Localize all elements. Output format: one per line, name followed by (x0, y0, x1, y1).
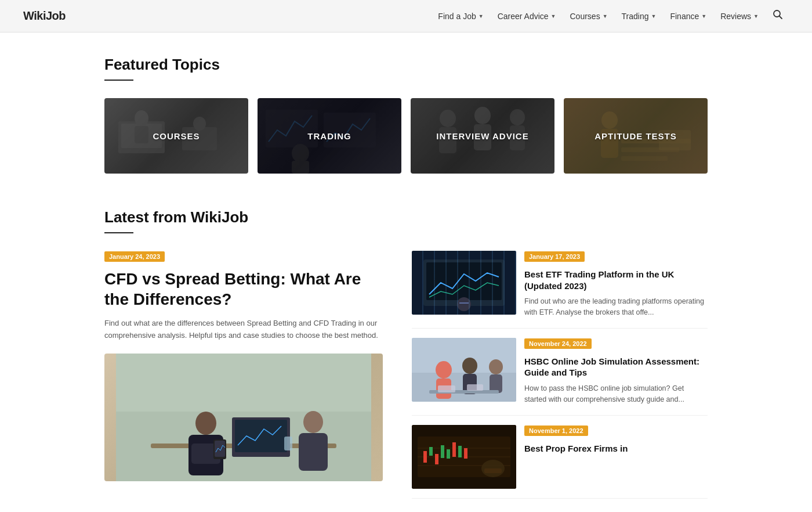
chevron-down-icon: ▼ (753, 13, 759, 19)
main-content: Featured Topics COURSES (0, 33, 812, 512)
side-article-1-excerpt: Find out who are the leading trading pla… (524, 296, 708, 319)
svg-point-49 (489, 359, 503, 374)
svg-rect-38 (412, 251, 516, 315)
svg-rect-63 (447, 449, 450, 459)
svg-rect-62 (441, 445, 444, 458)
svg-rect-52 (438, 385, 455, 392)
side-article-3-date: November 1, 2022 (524, 426, 588, 436)
side-article-2-image[interactable] (412, 338, 516, 402)
side-article-2-date: November 24, 2022 (524, 338, 592, 349)
svg-point-17 (510, 109, 525, 125)
nav-finance[interactable]: Finance ▼ (664, 8, 712, 24)
main-article-date: January 24, 2023 (104, 251, 165, 262)
topics-grid: COURSES TRADING (104, 98, 708, 174)
svg-rect-64 (452, 442, 456, 457)
svg-point-15 (474, 107, 491, 124)
site-header: WikiJob Find a Job ▼ Career Advice ▼ Cou… (0, 0, 812, 33)
latest-grid: January 24, 2023 CFD vs Spread Betting: … (104, 251, 708, 499)
side-article-3-title[interactable]: Best Prop Forex Firms in (524, 443, 708, 455)
featured-topics-title: Featured Topics (104, 56, 708, 74)
main-article-excerpt: Find out what are the differences betwee… (104, 318, 383, 342)
svg-line-1 (780, 16, 782, 19)
svg-point-41 (457, 297, 471, 311)
svg-rect-5 (135, 126, 148, 143)
chevron-down-icon: ▼ (478, 13, 484, 19)
chevron-down-icon: ▼ (701, 13, 706, 19)
search-button[interactable] (767, 6, 789, 26)
svg-point-13 (440, 110, 456, 127)
svg-rect-12 (292, 161, 309, 174)
svg-rect-68 (484, 468, 502, 473)
side-article-3-image[interactable] (412, 425, 516, 489)
svg-rect-29 (235, 420, 287, 452)
side-article-1-date: January 17, 2023 (524, 251, 585, 262)
chevron-down-icon: ▼ (651, 13, 657, 19)
nav-career-advice[interactable]: Career Advice ▼ (492, 8, 562, 24)
svg-rect-61 (435, 454, 438, 464)
main-article-image[interactable] (104, 354, 383, 481)
latest-left-column: January 24, 2023 CFD vs Spread Betting: … (104, 251, 406, 499)
svg-rect-60 (429, 447, 433, 456)
svg-rect-23 (621, 156, 668, 161)
svg-point-47 (462, 358, 477, 374)
svg-rect-59 (423, 451, 427, 463)
svg-point-11 (292, 144, 309, 163)
svg-rect-10 (324, 113, 376, 147)
svg-rect-66 (464, 448, 467, 459)
site-logo[interactable]: WikiJob (23, 9, 66, 23)
chevron-down-icon: ▼ (603, 13, 608, 19)
latest-right-column: January 17, 2023 Best ETF Trading Platfo… (406, 251, 708, 499)
main-article-title[interactable]: CFD vs Spread Betting: What Are the Diff… (104, 269, 383, 309)
section-divider (104, 80, 133, 81)
latest-divider (104, 232, 133, 233)
main-nav: Find a Job ▼ Career Advice ▼ Courses ▼ T… (432, 6, 789, 26)
svg-rect-37 (284, 437, 292, 450)
nav-find-a-job[interactable]: Find a Job ▼ (432, 8, 489, 24)
side-article-2-excerpt: How to pass the HSBC online job simulati… (524, 383, 708, 406)
nav-courses[interactable]: Courses ▼ (564, 8, 614, 24)
side-article-1: January 17, 2023 Best ETF Trading Platfo… (412, 251, 708, 329)
topic-card-trading[interactable]: TRADING (258, 98, 401, 174)
svg-rect-39 (423, 259, 505, 306)
chevron-down-icon: ▼ (551, 13, 556, 19)
svg-rect-65 (458, 446, 462, 457)
featured-topics-section: Featured Topics COURSES (104, 56, 708, 174)
side-article-2: November 24, 2022 HSBC Online Job Simula… (412, 329, 708, 416)
topic-label-trading: TRADING (307, 131, 351, 141)
side-article-2-title[interactable]: HSBC Online Job Simulation Assessment: G… (524, 356, 708, 378)
topic-label-courses: COURSES (153, 131, 200, 141)
svg-point-35 (303, 411, 323, 433)
svg-rect-36 (299, 433, 328, 471)
side-article-1-title[interactable]: Best ETF Trading Platform in the UK (Upd… (524, 269, 708, 291)
side-article-3: November 1, 2022 Best Prop Forex Firms i… (412, 416, 708, 499)
latest-section: Latest from WikiJob January 24, 2023 CFD… (104, 208, 708, 499)
topic-card-courses[interactable]: COURSES (104, 98, 248, 174)
topic-label-aptitude: APTITUDE TESTS (594, 131, 677, 141)
svg-point-45 (436, 361, 452, 378)
svg-rect-9 (266, 110, 318, 147)
side-article-1-image[interactable] (412, 251, 516, 315)
svg-rect-40 (426, 262, 502, 300)
nav-reviews[interactable]: Reviews ▼ (715, 8, 764, 24)
svg-point-7 (193, 117, 206, 131)
svg-rect-34 (215, 441, 225, 457)
topic-card-interview[interactable]: INTERVIEW ADVICE (411, 98, 554, 174)
latest-section-title: Latest from WikiJob (104, 208, 708, 226)
svg-point-19 (601, 111, 618, 129)
nav-trading[interactable]: Trading ▼ (616, 8, 662, 24)
topic-card-aptitude[interactable]: APTITUDE TESTS (564, 98, 708, 174)
topic-label-interview: INTERVIEW ADVICE (436, 131, 528, 141)
svg-point-30 (195, 412, 216, 435)
svg-point-4 (135, 110, 148, 127)
svg-rect-53 (467, 384, 483, 391)
